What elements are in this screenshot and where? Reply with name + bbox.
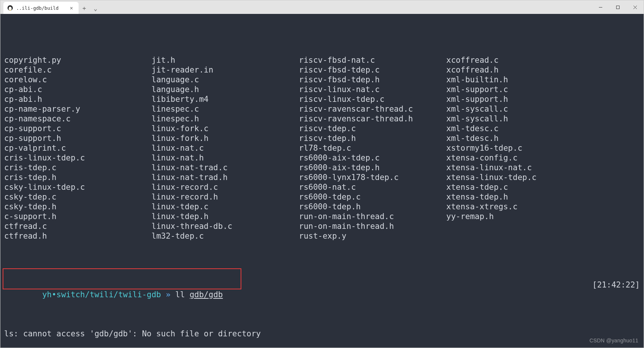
prompt-line: yh•switch/twili/twili-gdb » ll gdb/gdb […	[4, 280, 640, 309]
prompt-user: yh	[42, 290, 52, 299]
close-tab-button[interactable]: ✕	[68, 5, 75, 11]
tab-active[interactable]: ..ili-gdb/build ✕	[3, 2, 79, 14]
listing-item: cris-linux-tdep.c	[4, 153, 152, 163]
listing-item: copyright.py	[4, 55, 152, 65]
listing-item: rs6000-aix-tdep.c	[299, 153, 446, 163]
listing-item: riscv-tdep.h	[299, 133, 446, 143]
listing-item: c-support.h	[4, 212, 152, 221]
listing-item: ctfread.c	[4, 221, 152, 231]
listing-item: cp-abi.h	[4, 94, 152, 104]
listing-item: csky-tdep.h	[4, 202, 152, 212]
listing-item: linux-nat-trad.h	[152, 172, 299, 182]
listing-item: rust-exp.y	[299, 231, 446, 241]
listing-item: riscv-ravenscar-thread.c	[299, 104, 446, 114]
tab-dropdown-button[interactable]: ⌄	[90, 3, 101, 14]
new-tab-button[interactable]: ＋	[79, 3, 90, 14]
listing-item: run-on-main-thread.h	[299, 221, 446, 231]
listing-item: xtensa-tdep.c	[446, 182, 536, 192]
terminal[interactable]: copyright.pycorefile.ccorelow.ccp-abi.cc…	[0, 14, 644, 348]
listing-item: riscv-linux-nat.c	[299, 85, 446, 94]
maximize-button[interactable]	[609, 0, 626, 14]
window-controls	[592, 0, 644, 14]
listing-item: cp-support.h	[4, 133, 152, 143]
listing-item: linux-nat.h	[152, 153, 299, 163]
listing-item: xml-support.c	[446, 85, 536, 94]
listing-item: linux-record.c	[152, 182, 299, 192]
listing-item: cp-support.c	[4, 124, 152, 133]
listing-item: cris-tdep.c	[4, 163, 152, 172]
listing-item: xtensa-linux-tdep.c	[446, 172, 536, 182]
listing-item: csky-tdep.c	[4, 192, 152, 202]
listing-item: riscv-fbsd-tdep.c	[299, 65, 446, 75]
listing-item: linux-tdep.h	[152, 212, 299, 221]
listing-item: rs6000-tdep.c	[299, 192, 446, 202]
listing-item: jit-reader.in	[152, 65, 299, 75]
listing-item: xcoffread.c	[446, 55, 536, 65]
listing-item: language.h	[152, 85, 299, 94]
tabs-area: ..ili-gdb/build ✕ ＋ ⌄	[0, 0, 101, 14]
svg-rect-5	[616, 6, 619, 9]
prompt-separator: »	[166, 290, 171, 299]
close-window-button[interactable]	[626, 0, 644, 14]
listing-item: cp-name-parser.y	[4, 104, 152, 114]
listing-item: linux-fork.c	[152, 124, 299, 133]
listing-item: cris-tdep.h	[4, 172, 152, 182]
app-window: ..ili-gdb/build ✕ ＋ ⌄ copyright.pycorefi…	[0, 0, 644, 348]
file-listing: copyright.pycorefile.ccorelow.ccp-abi.cc…	[4, 55, 640, 241]
cmd-arg: gdb/gdb	[189, 290, 223, 299]
listing-item: xtensa-linux-nat.c	[446, 163, 536, 172]
listing-item: linespec.h	[152, 114, 299, 124]
listing-item: lm32-tdep.c	[152, 231, 299, 241]
listing-item: csky-linux-tdep.c	[4, 182, 152, 192]
listing-item: xml-syscall.h	[446, 114, 536, 124]
listing-item: libiberty.m4	[152, 94, 299, 104]
listing-item: jit.h	[152, 55, 299, 65]
listing-item: language.c	[152, 75, 299, 85]
listing-item: ctfread.h	[4, 231, 152, 241]
svg-point-3	[11, 7, 11, 8]
listing-item: rs6000-aix-tdep.h	[299, 163, 446, 172]
listing-item: linux-thread-db.c	[152, 221, 299, 231]
listing-column: jit.hjit-reader.inlanguage.clanguage.hli…	[152, 55, 299, 241]
listing-item: linux-nat-trad.c	[152, 163, 299, 172]
listing-item: riscv-tdep.c	[299, 124, 446, 133]
listing-item: xml-support.h	[446, 94, 536, 104]
listing-item: xtensa-xtregs.c	[446, 202, 536, 212]
listing-item: rs6000-nat.c	[299, 182, 446, 192]
cmd: ll	[175, 290, 185, 299]
listing-item: cp-abi.c	[4, 85, 152, 94]
listing-item: yy-remap.h	[446, 212, 536, 221]
listing-item: riscv-ravenscar-thread.h	[299, 114, 446, 124]
prompt-path: switch/twili/twili-gdb	[56, 290, 161, 299]
listing-item: linux-record.h	[152, 192, 299, 202]
listing-item: xcoffread.h	[446, 65, 536, 75]
penguin-icon	[7, 5, 13, 11]
listing-item: corefile.c	[4, 65, 152, 75]
listing-item: xstormy16-tdep.c	[446, 143, 536, 153]
listing-item: xtensa-tdep.h	[446, 192, 536, 202]
listing-item: rs6000-lynx178-tdep.c	[299, 172, 446, 182]
listing-item: rl78-tdep.c	[299, 143, 446, 153]
listing-column: riscv-fbsd-nat.criscv-fbsd-tdep.criscv-f…	[299, 55, 446, 241]
listing-item: riscv-fbsd-nat.c	[299, 55, 446, 65]
listing-item	[446, 231, 536, 241]
listing-item: xml-tdesc.c	[446, 124, 536, 133]
tab-title: ..ili-gdb/build	[16, 5, 65, 11]
listing-item: riscv-fbsd-tdep.h	[299, 75, 446, 85]
minimize-button[interactable]	[592, 0, 609, 14]
listing-item: riscv-linux-tdep.c	[299, 94, 446, 104]
listing-item: corelow.c	[4, 75, 152, 85]
error-output: ls: cannot access 'gdb/gdb': No such fil…	[4, 329, 640, 339]
listing-item: linux-nat.c	[152, 143, 299, 153]
listing-column: xcoffread.cxcoffread.hxml-builtin.hxml-s…	[446, 55, 536, 241]
listing-item: xml-syscall.c	[446, 104, 536, 114]
listing-item: linux-fork.h	[152, 133, 299, 143]
listing-column: copyright.pycorefile.ccorelow.ccp-abi.cc…	[4, 55, 152, 241]
titlebar: ..ili-gdb/build ✕ ＋ ⌄	[0, 0, 644, 14]
listing-item: xtensa-config.c	[446, 153, 536, 163]
listing-item: cp-namespace.c	[4, 114, 152, 124]
timestamp: [21:42:22]	[592, 280, 640, 309]
listing-item: run-on-main-thread.c	[299, 212, 446, 221]
watermark: CSDN @yanghuo11	[589, 336, 638, 345]
listing-item: xml-tdesc.h	[446, 133, 536, 143]
